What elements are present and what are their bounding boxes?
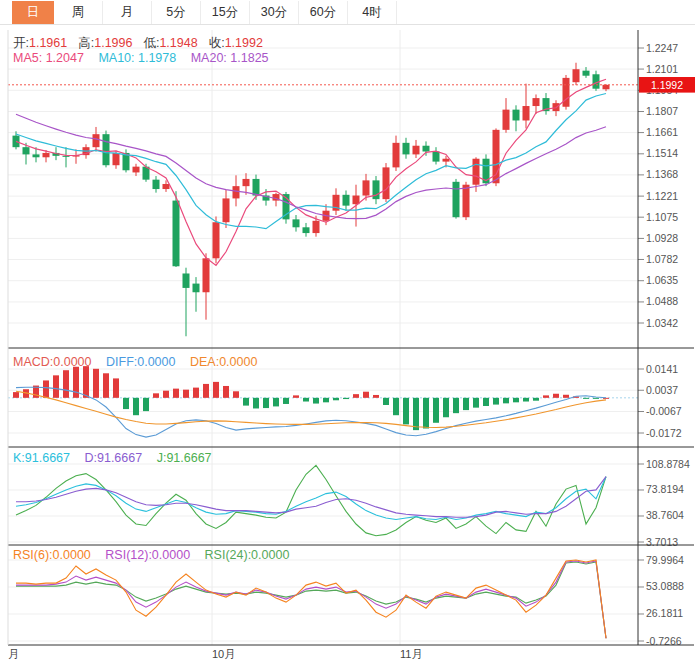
candle-body (523, 106, 530, 120)
axis-label: 1.2247 (646, 42, 678, 54)
candle-body (183, 273, 190, 287)
candle-body (313, 221, 320, 233)
axis-label: 1.1514 (646, 147, 678, 159)
candle-body (133, 167, 140, 173)
ma-legend: MA5: 1.2047 MA10: 1.1978 MA20: 1.1825 (13, 51, 280, 65)
ohlc-legend: 开:1.1961高:1.1996低:1.1948收:1.1992 (13, 35, 274, 52)
candle-body (243, 179, 250, 186)
tab-month[interactable]: 月 (103, 1, 152, 24)
open-value: 1.1961 (29, 36, 67, 50)
candle-body (383, 167, 390, 199)
candle-body (443, 159, 450, 162)
axis-label: 1.1075 (646, 211, 678, 223)
macd-histogram (13, 366, 609, 430)
candle-body (153, 180, 160, 189)
axis-label: 0.0141 (646, 363, 678, 375)
trading-chart-app: 日周月5分15分30分60分4时 1.22471.21011.19541.180… (0, 0, 695, 665)
candle-body (413, 146, 420, 155)
y-axis-labels: 1.22471.21011.19541.18071.16611.15141.13… (638, 42, 690, 647)
rsi24-value: RSI(24):0.0000 (205, 548, 290, 562)
dea-value: DEA:0.0000 (190, 355, 257, 369)
close-value: 1.1992 (225, 36, 263, 50)
rsi12-value: RSI(12):0.0000 (105, 548, 190, 562)
tab-60min[interactable]: 60分 (299, 1, 348, 24)
candle-body (203, 258, 210, 292)
d-line (16, 477, 606, 518)
axis-label: 1.0635 (646, 274, 678, 286)
high-label: 高: (78, 36, 94, 50)
macd-value: MACD:0.0000 (13, 355, 92, 369)
tab-15min[interactable]: 15分 (201, 1, 250, 24)
axis-label: 1.1661 (646, 126, 678, 138)
macd-legend: MACD:0.0000 DIFF:0.0000 DEA:0.0000 (13, 355, 268, 369)
tab-5min[interactable]: 5分 (152, 1, 201, 24)
ma-lines (16, 79, 606, 265)
candle-body (403, 143, 410, 155)
ma20-legend: MA20: 1.1825 (191, 51, 269, 65)
candle-body (253, 179, 260, 196)
axis-label: 79.9964 (646, 554, 684, 566)
j-line (16, 465, 606, 535)
rsi12-line (16, 561, 606, 638)
candle-body (103, 134, 110, 165)
candle-body (433, 152, 440, 162)
timeframe-tabbar: 日周月5分15分30分60分4时 (12, 1, 397, 24)
j-value: J:91.6667 (157, 451, 212, 465)
candle-body (93, 134, 100, 147)
rsi-legend: RSI(6):0.0000 RSI(12):0.0000 RSI(24):0.0… (13, 548, 300, 562)
candle-body (513, 110, 520, 121)
open-label: 开: (13, 36, 29, 50)
candle-body (463, 185, 470, 217)
candle-body (423, 146, 430, 152)
close-label: 收: (209, 36, 225, 50)
axis-label: 3.7013 (646, 536, 678, 548)
k-value: K:91.6667 (13, 451, 70, 465)
tab-day[interactable]: 日 (12, 1, 54, 24)
high-value: 1.1996 (94, 36, 132, 50)
tab-4hour[interactable]: 4时 (348, 1, 397, 24)
x-axis-label: 10月 (212, 648, 235, 660)
candle-body (293, 219, 300, 227)
axis-label: 1.0928 (646, 232, 678, 244)
tab-30min[interactable]: 30分 (250, 1, 299, 24)
axis-label: 1.0342 (646, 317, 678, 329)
candle-body (533, 98, 540, 106)
rsi6-value: RSI(6):0.0000 (13, 548, 91, 562)
low-value: 1.1948 (159, 36, 197, 50)
candle-body (23, 147, 30, 154)
x-axis-labels: 月10月11月 (8, 648, 422, 660)
candle-body (343, 195, 350, 206)
x-axis-label: 月 (8, 648, 19, 660)
candle-body (213, 222, 220, 258)
ma5-legend: MA5: 1.2047 (13, 51, 84, 65)
diff-value: DIFF:0.0000 (106, 355, 175, 369)
candle-body (163, 184, 170, 189)
axis-label: 108.8784 (646, 458, 690, 470)
tab-week[interactable]: 周 (54, 1, 103, 24)
candle-body (393, 143, 400, 168)
axis-label: 73.8194 (646, 483, 684, 495)
axis-label: 0.0037 (646, 384, 678, 396)
axis-label: -0.0172 (646, 427, 682, 439)
candle-body (173, 201, 180, 267)
axis-label: 1.1221 (646, 190, 678, 202)
candle-body (193, 284, 200, 293)
axis-label: 1.0782 (646, 253, 678, 265)
axis-label: 1.1368 (646, 168, 678, 180)
candle-body (603, 85, 610, 89)
low-label: 低: (143, 36, 159, 50)
axis-label: 1.0488 (646, 295, 678, 307)
candle-body (233, 186, 240, 198)
kdj-legend: K:91.6667 D:91.6667 J:91.6667 (13, 451, 223, 465)
candle-body (473, 159, 480, 185)
d-value: D:91.6667 (84, 451, 142, 465)
axis-label: 1.1807 (646, 105, 678, 117)
ma10-legend: MA10: 1.1978 (98, 51, 176, 65)
candle-body (33, 154, 40, 157)
axis-label: 53.0888 (646, 580, 684, 592)
axis-label: 26.1811 (646, 607, 683, 619)
candle-body (13, 136, 20, 148)
axis-label: 1.2101 (646, 63, 678, 75)
chart-canvas[interactable]: 1.22471.21011.19541.18071.16611.15141.13… (0, 0, 695, 665)
ma20-line (16, 114, 606, 218)
